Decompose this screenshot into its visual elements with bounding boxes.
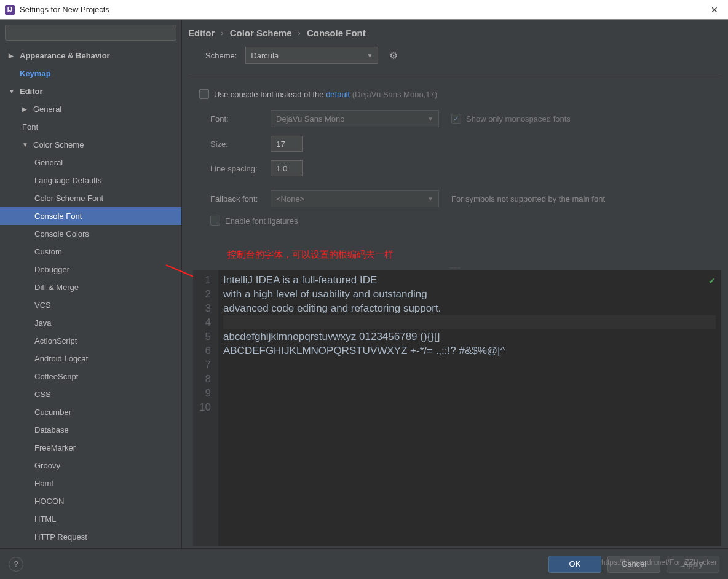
tree-item[interactable]: Color Scheme Font [0, 189, 181, 207]
line-spacing-label: Line spacing: [210, 164, 271, 173]
line-spacing-input[interactable] [271, 160, 303, 176]
tree-item-label: VCS [34, 301, 51, 310]
chevron-down-icon: ▼ [427, 195, 433, 202]
tree-item-label: Color Scheme [33, 140, 84, 149]
ligatures-checkbox[interactable] [210, 216, 220, 226]
tree-item[interactable]: FreeMarker [0, 439, 181, 457]
tree-item-label: Keymap [20, 69, 51, 78]
tree-item[interactable]: Console Colors [0, 225, 181, 243]
tree-item-label: CoffeeScript [34, 372, 78, 381]
tree-item-label: Haml [34, 479, 53, 488]
tree-item[interactable]: Android Logcat [0, 350, 181, 368]
scheme-value: Darcula [251, 51, 279, 60]
crumb-1[interactable]: Color Scheme [230, 28, 292, 38]
settings-tree: ▶Appearance & BehaviorKeymap▼Editor▶Gene… [0, 45, 181, 548]
tree-item[interactable]: Font [0, 118, 181, 136]
sidebar: 🔍 ▶Appearance & BehaviorKeymap▼Editor▶Ge… [0, 20, 182, 548]
tree-item[interactable]: Custom [0, 243, 181, 261]
tree-item-label: Console Colors [34, 229, 89, 238]
tree-item-label: HTTP Request [34, 532, 87, 542]
breadcrumb: Editor › Color Scheme › Console Font [182, 20, 728, 45]
close-icon[interactable]: ✕ [706, 2, 723, 17]
titlebar: IJ Settings for New Projects ✕ [0, 0, 728, 20]
arrow-icon: ▶ [22, 106, 30, 112]
tree-item[interactable]: ▼Editor [0, 82, 181, 100]
content-pane: Editor › Color Scheme › Console Font Sch… [182, 20, 728, 548]
crumb-2: Console Font [307, 28, 366, 38]
use-console-font-checkbox[interactable] [199, 89, 209, 99]
tree-item[interactable]: Cucumber [0, 403, 181, 421]
search-input[interactable] [5, 25, 176, 41]
ligatures-label: Enable font ligatures [225, 216, 298, 226]
annotation-text: 控制台的字体，可以设置的根编码去一样 [199, 237, 722, 266]
window-title: Settings for New Projects [20, 5, 706, 14]
font-value: DejaVu Sans Mono [276, 114, 345, 124]
tree-item-label: Editor [20, 87, 43, 96]
splitter-handle[interactable]: ┈┈┈ [182, 266, 728, 270]
tree-item-label: General [33, 104, 61, 114]
tree-item[interactable]: Diff & Merge [0, 278, 181, 296]
tree-item-label: Font [22, 122, 38, 132]
scheme-select[interactable]: Darcula ▼ [245, 47, 378, 64]
font-label: Font: [210, 114, 271, 124]
gear-icon[interactable]: ⚙ [389, 50, 398, 61]
chevron-right-icon: › [298, 28, 301, 37]
tree-item[interactable]: Debugger [0, 261, 181, 278]
monospaced-checkbox[interactable] [451, 114, 461, 124]
size-label: Size: [210, 140, 271, 149]
tree-item[interactable]: VCS [0, 296, 181, 314]
inspection-icon[interactable]: ✔ [708, 274, 716, 288]
tree-item-label: Custom [34, 247, 62, 256]
tree-item-label: Language Defaults [34, 176, 101, 185]
crumb-0[interactable]: Editor [188, 28, 215, 38]
tree-item[interactable]: ▶General [0, 100, 181, 118]
tree-item-label: Color Scheme Font [34, 194, 103, 203]
preview-editor[interactable]: 12345678910 IntelliJ IDEA is a full-feat… [193, 270, 721, 546]
apply-button[interactable]: Apply [667, 556, 719, 573]
tree-item-label: Android Logcat [34, 354, 88, 363]
tree-item-label: Diff & Merge [34, 283, 79, 292]
tree-item[interactable]: Keymap [0, 65, 181, 82]
tree-item[interactable]: HOCON [0, 492, 181, 510]
tree-item[interactable]: General [0, 154, 181, 171]
gutter: 12345678910 [193, 270, 218, 546]
tree-item-label: FreeMarker [34, 443, 76, 452]
tree-item-label: ActionScript [34, 336, 77, 345]
tree-item[interactable]: Console Font [0, 207, 181, 225]
tree-item-label: Groovy [34, 461, 60, 470]
fallback-hint: For symbols not supported by the main fo… [451, 194, 605, 203]
use-console-font-label: Use console font instead of the default … [214, 90, 437, 99]
preview-code: IntelliJ IDEA is a full-featured IDEwith… [218, 270, 721, 546]
arrow-icon: ▼ [9, 88, 16, 95]
help-button[interactable]: ? [9, 557, 23, 572]
tree-item[interactable]: Language Defaults [0, 171, 181, 189]
monospaced-label: Show only monospaced fonts [466, 114, 571, 124]
tree-item[interactable]: ▶Appearance & Behavior [0, 47, 181, 65]
ok-button[interactable]: OK [548, 556, 601, 573]
tree-item[interactable]: ActionScript [0, 332, 181, 350]
size-input[interactable] [271, 136, 303, 152]
tree-item-label: Cucumber [34, 408, 71, 417]
font-select[interactable]: DejaVu Sans Mono ▼ [271, 110, 439, 127]
tree-item[interactable]: CSS [0, 385, 181, 403]
tree-item[interactable]: Groovy [0, 457, 181, 475]
tree-item-label: HOCON [34, 497, 64, 506]
cancel-button[interactable]: Cancel [607, 556, 660, 573]
tree-item[interactable]: Haml [0, 475, 181, 492]
arrow-icon: ▶ [9, 52, 16, 59]
tree-item-label: General [34, 158, 63, 167]
tree-item[interactable]: HTTP Request [0, 528, 181, 546]
tree-item[interactable]: HTML [0, 510, 181, 528]
tree-item-label: Database [34, 425, 69, 435]
chevron-down-icon: ▼ [427, 116, 433, 122]
chevron-down-icon: ▼ [366, 52, 373, 59]
fallback-select[interactable]: <None> ▼ [271, 190, 439, 207]
tree-item[interactable]: CoffeeScript [0, 368, 181, 385]
tree-item-label: CSS [34, 390, 51, 399]
tree-item[interactable]: Java [0, 314, 181, 332]
default-link[interactable]: default [326, 90, 350, 99]
tree-item[interactable]: ▼Color Scheme [0, 136, 181, 154]
tree-item-label: Appearance & Behavior [20, 51, 110, 60]
tree-item-label: Console Font [34, 211, 82, 221]
tree-item[interactable]: Database [0, 421, 181, 439]
